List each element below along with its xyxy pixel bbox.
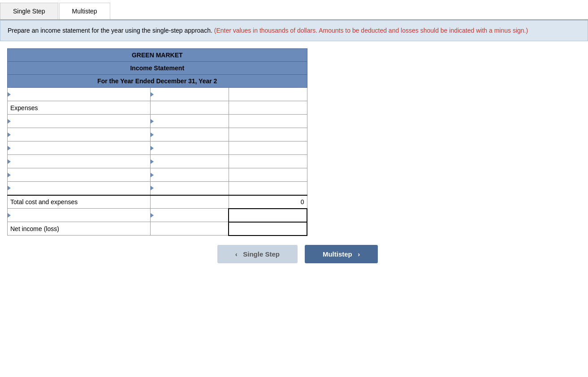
row1-col2-cell	[150, 88, 229, 101]
row6-col1-cell	[8, 155, 151, 168]
arrow-icon	[151, 186, 154, 190]
row3-col1-input[interactable]	[13, 115, 150, 128]
row5-col2-cell	[150, 141, 229, 155]
net-income-row: Net income (loss)	[8, 222, 307, 236]
arrow-icon	[151, 133, 154, 137]
expenses-label-cell: Expenses	[8, 101, 151, 115]
period-header: For the Year Ended December 31, Year 2	[8, 75, 307, 88]
arrow-icon	[8, 133, 11, 137]
arrow-icon	[151, 159, 154, 164]
row8-col2-input[interactable]	[156, 182, 229, 195]
total-cost-col2-input[interactable]	[151, 196, 229, 209]
row7-col1-cell	[8, 168, 151, 182]
row5-col1-cell	[8, 141, 151, 155]
expenses-col2-input[interactable]	[151, 101, 229, 114]
subtotal-col3-input[interactable]	[229, 209, 307, 222]
next-icon: ›	[358, 250, 360, 258]
row7-col1-input[interactable]	[13, 168, 150, 181]
row8-col3-input[interactable]	[229, 182, 307, 195]
table-header-company: GREEN MARKET	[8, 49, 307, 62]
tab-single-step-label: Single Step	[13, 8, 45, 15]
row3-col2-input[interactable]	[156, 115, 229, 128]
row5-col1-input[interactable]	[13, 141, 150, 154]
row5-col3-input[interactable]	[229, 141, 307, 154]
row8-col2-cell	[150, 182, 229, 195]
net-income-col3-cell	[229, 222, 307, 236]
expenses-col2-cell	[150, 101, 229, 115]
row1-col1-cell	[8, 88, 151, 101]
total-cost-label: Total cost and expenses	[10, 198, 78, 206]
prev-button[interactable]: ‹ Single Step	[217, 245, 298, 263]
row4-col2-input[interactable]	[156, 128, 229, 141]
net-income-col3-input[interactable]	[229, 223, 307, 235]
row7-col3-cell	[229, 168, 307, 182]
arrow-icon	[8, 186, 11, 190]
table-row	[8, 88, 307, 101]
row6-col2-input[interactable]	[156, 155, 229, 168]
row4-col1-input[interactable]	[13, 128, 150, 141]
instruction-main-text: Prepare an income statement for the year…	[8, 27, 212, 34]
expenses-col3-input[interactable]	[229, 101, 307, 114]
row1-col3-input[interactable]	[229, 88, 307, 101]
next-label: Multistep	[323, 250, 352, 258]
row6-col1-input[interactable]	[13, 155, 150, 168]
tab-multistep-label: Multistep	[72, 8, 97, 15]
arrow-icon	[151, 213, 154, 218]
table-row	[8, 182, 307, 195]
row4-col3-cell	[229, 128, 307, 141]
row3-col2-cell	[150, 115, 229, 128]
total-cost-row: Total cost and expenses 0	[8, 195, 307, 209]
total-cost-col2-cell	[150, 195, 229, 209]
row7-col2-input[interactable]	[156, 168, 229, 181]
row7-col3-input[interactable]	[229, 168, 307, 181]
subtotal-col3-cell	[229, 209, 307, 222]
row7-col2-cell	[150, 168, 229, 182]
row1-col1-input[interactable]	[13, 88, 150, 101]
arrow-icon	[8, 92, 11, 97]
row5-col3-cell	[229, 141, 307, 155]
total-cost-value: 0	[301, 198, 304, 206]
table-header-period: For the Year Ended December 31, Year 2	[8, 75, 307, 88]
row5-col2-input[interactable]	[156, 141, 229, 154]
subtotal-col1-input[interactable]	[13, 209, 150, 222]
arrow-icon	[8, 213, 11, 218]
row6-col2-cell	[150, 155, 229, 168]
subtotal-col2-cell	[150, 209, 229, 222]
prev-icon: ‹	[235, 250, 238, 258]
table-row	[8, 155, 307, 168]
expenses-col3-cell	[229, 101, 307, 115]
arrow-icon	[151, 92, 154, 97]
arrow-icon	[8, 173, 11, 177]
row3-col3-cell	[229, 115, 307, 128]
row3-col3-input[interactable]	[229, 115, 307, 128]
tab-single-step[interactable]: Single Step	[0, 3, 58, 19]
table-row-expenses: Expenses	[8, 101, 307, 115]
tab-bar: Single Step Multistep	[0, 0, 588, 20]
arrow-icon	[8, 159, 11, 164]
row6-col3-input[interactable]	[229, 155, 307, 168]
subtotal-col1-cell	[8, 209, 151, 222]
arrow-icon	[8, 119, 11, 124]
statement-title-header: Income Statement	[8, 62, 307, 75]
row4-col3-input[interactable]	[229, 128, 307, 141]
row3-col1-cell	[8, 115, 151, 128]
subtotal-col2-input[interactable]	[156, 209, 228, 222]
table-header-title: Income Statement	[8, 62, 307, 75]
tab-multistep[interactable]: Multistep	[59, 3, 110, 19]
total-cost-label-cell: Total cost and expenses	[8, 195, 151, 209]
navigation-buttons: ‹ Single Step Multistep ›	[7, 245, 581, 263]
main-content: GREEN MARKET Income Statement For the Ye…	[0, 41, 588, 270]
row1-col2-input[interactable]	[156, 88, 229, 101]
expenses-label: Expenses	[10, 104, 38, 111]
instruction-box: Prepare an income statement for the year…	[0, 20, 588, 41]
net-income-label-cell: Net income (loss)	[8, 222, 151, 236]
table-row	[8, 128, 307, 141]
net-income-label: Net income (loss)	[10, 225, 59, 232]
net-income-col2-cell	[150, 222, 229, 236]
row8-col1-input[interactable]	[13, 182, 150, 195]
row6-col3-cell	[229, 155, 307, 168]
net-income-col2-input[interactable]	[151, 222, 228, 235]
next-button[interactable]: Multistep ›	[305, 245, 378, 263]
instruction-red-text: (Enter values in thousands of dollars. A…	[214, 27, 528, 34]
arrow-icon	[151, 146, 154, 150]
